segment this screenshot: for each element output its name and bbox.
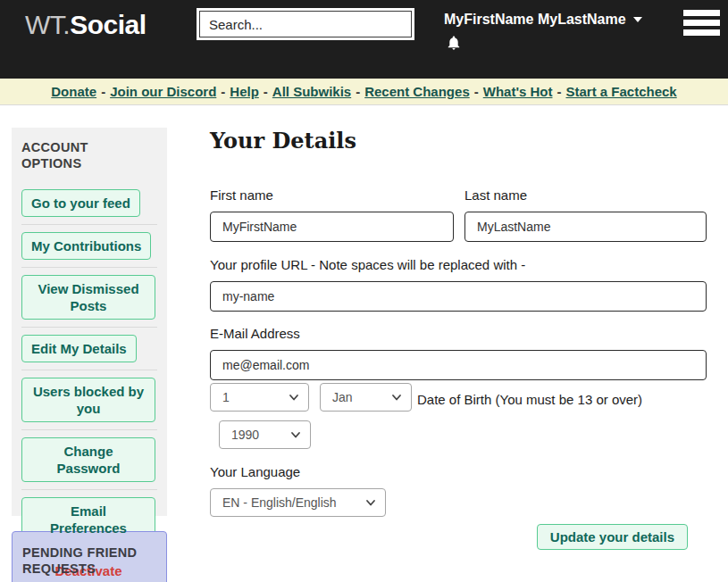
nav-link-discord[interactable]: Join our Discord xyxy=(110,84,216,99)
dob-label: Date of Birth (You must be 13 or over) xyxy=(417,388,642,407)
nav-separator: - xyxy=(474,84,479,99)
sidebar-item-users-blocked[interactable]: Users blocked by you xyxy=(21,378,155,422)
dob-month-select[interactable]: Jan xyxy=(320,383,412,412)
search-input[interactable] xyxy=(199,11,412,37)
chevron-down-icon xyxy=(289,392,299,403)
notifications-bell-icon[interactable] xyxy=(446,35,462,51)
quick-links-bar: Donate - Join our Discord - Help - All S… xyxy=(0,79,728,105)
user-menu[interactable]: MyFirstName MyLastName xyxy=(444,12,642,28)
sidebar-item-go-to-feed[interactable]: Go to your feed xyxy=(21,189,140,217)
divider xyxy=(21,429,157,430)
divider xyxy=(21,327,157,328)
user-block: MyFirstName MyLastName xyxy=(444,12,642,54)
pending-friend-requests-title: PENDING FRIEND REQUESTS xyxy=(22,545,147,577)
hamburger-bar xyxy=(683,20,720,26)
chevron-down-icon xyxy=(290,429,301,440)
dob-year-value: 1990 xyxy=(231,428,259,442)
page-layout: ACCOUNT OPTIONS Go to your feed My Contr… xyxy=(0,105,728,582)
sidebar-item-change-password[interactable]: Change Password xyxy=(21,437,155,482)
chevron-down-icon xyxy=(633,17,642,22)
profile-url-label: Your profile URL - Note spaces will be r… xyxy=(210,257,707,272)
nav-link-whats-hot[interactable]: What's Hot xyxy=(483,84,553,99)
nav-link-all-subwikis[interactable]: All Subwikis xyxy=(272,84,351,99)
divider xyxy=(21,370,157,370)
first-name-field[interactable] xyxy=(210,212,454,242)
first-name-label: First name xyxy=(210,187,454,203)
dob-year-select[interactable]: 1990 xyxy=(219,420,311,449)
sidebar-item-my-contributions[interactable]: My Contributions xyxy=(21,232,151,260)
dob-month-value: Jan xyxy=(332,390,353,404)
top-header: WT.Social MyFirstName MyLastName xyxy=(0,0,728,79)
dob-day-value: 1 xyxy=(222,390,230,404)
chevron-down-icon xyxy=(391,392,402,403)
nav-separator: - xyxy=(264,84,268,99)
divider xyxy=(21,267,157,268)
language-select[interactable]: EN - English/English xyxy=(210,488,386,517)
nav-link-donate[interactable]: Donate xyxy=(51,84,96,99)
logo-prefix: WT. xyxy=(25,10,70,39)
pending-friend-requests-panel: PENDING FRIEND REQUESTS xyxy=(12,531,167,582)
language-value: EN - English/English xyxy=(222,495,337,510)
sidebar-item-view-dismissed-posts[interactable]: View Dismissed Posts xyxy=(21,275,155,320)
logo-suffix: Social xyxy=(70,10,146,39)
account-options-title: ACCOUNT OPTIONS xyxy=(21,139,120,171)
account-options-panel: ACCOUNT OPTIONS Go to your feed My Contr… xyxy=(12,128,167,516)
sidebar-item-edit-my-details[interactable]: Edit My Details xyxy=(21,335,137,362)
user-name: MyFirstName MyLastName xyxy=(444,12,626,28)
email-field[interactable] xyxy=(210,350,707,380)
language-label: Your Language xyxy=(210,464,707,479)
divider xyxy=(21,224,157,225)
last-name-field[interactable] xyxy=(464,212,707,242)
chevron-down-icon xyxy=(365,497,376,508)
nav-separator: - xyxy=(221,84,225,99)
submit-row: Update your details xyxy=(210,524,707,550)
dob-day-select[interactable]: 1 xyxy=(210,383,309,412)
sidebar: ACCOUNT OPTIONS Go to your feed My Contr… xyxy=(12,128,167,582)
nav-separator: - xyxy=(356,84,360,99)
hamburger-bar xyxy=(683,10,720,16)
nav-separator: - xyxy=(556,84,561,99)
nav-link-recent-changes[interactable]: Recent Changes xyxy=(364,84,470,99)
nav-link-help[interactable]: Help xyxy=(230,84,259,99)
name-row: First name Last name xyxy=(210,187,707,242)
profile-url-field[interactable] xyxy=(210,281,707,312)
hamburger-menu-icon[interactable] xyxy=(683,10,720,36)
last-name-label: Last name xyxy=(464,187,707,203)
site-logo[interactable]: WT.Social xyxy=(25,7,146,43)
nav-separator: - xyxy=(101,84,105,99)
page-title: Your Details xyxy=(210,128,707,154)
update-details-button[interactable]: Update your details xyxy=(537,524,688,550)
your-details-form: Your Details First name Last name Your p… xyxy=(210,128,707,582)
nav-link-start-factcheck[interactable]: Start a Factcheck xyxy=(565,84,676,99)
divider xyxy=(21,489,157,490)
email-label: E-Mail Address xyxy=(210,326,707,341)
hamburger-bar xyxy=(683,29,720,36)
dob-year-row: 1990 xyxy=(219,420,707,449)
dob-row: 1 Jan Date of Birth (You must be 13 or o… xyxy=(210,383,707,412)
